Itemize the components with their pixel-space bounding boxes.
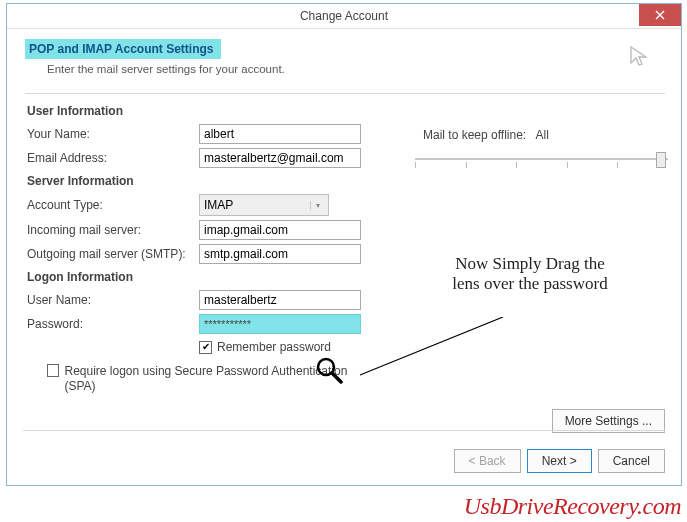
cursor-icon (627, 45, 651, 69)
row-incoming: Incoming mail server: (25, 220, 665, 240)
change-account-dialog: Change Account POP and IMAP Account Sett… (6, 3, 682, 486)
row-your-name: Your Name: (25, 124, 665, 144)
username-field[interactable] (199, 290, 361, 310)
label-password: Password: (25, 317, 199, 331)
mail-keep-label: Mail to keep offline: All (423, 128, 549, 142)
row-account-type: Account Type: IMAP ▾ (25, 194, 665, 216)
divider (25, 93, 665, 94)
spa-row[interactable]: Require logon using Secure Password Auth… (47, 364, 367, 394)
titlebar: Change Account (7, 4, 681, 29)
outgoing-server-field[interactable] (199, 244, 361, 264)
section-server: Server Information (27, 174, 665, 188)
label-your-name: Your Name: (25, 127, 199, 141)
cancel-button[interactable]: Cancel (598, 449, 665, 473)
title-text: Change Account (300, 9, 388, 23)
email-field[interactable] (199, 148, 361, 168)
password-field[interactable]: *********** (199, 314, 361, 334)
remember-password-checkbox[interactable] (199, 341, 212, 354)
row-password: Password: *********** (25, 314, 665, 334)
label-username: User Name: (25, 293, 199, 307)
heading-band: POP and IMAP Account Settings (25, 39, 221, 59)
label-account-type: Account Type: (25, 198, 199, 212)
label-email: Email Address: (25, 151, 199, 165)
callout-text: Now Simply Drag the lens over the passwo… (445, 254, 615, 293)
back-button[interactable]: < Back (454, 449, 521, 473)
incoming-server-field[interactable] (199, 220, 361, 240)
dialog-content: POP and IMAP Account Settings Enter the … (7, 29, 681, 485)
label-outgoing: Outgoing mail server (SMTP): (25, 247, 199, 261)
section-user: User Information (27, 104, 665, 118)
spa-label: Require logon using Secure Password Auth… (64, 364, 367, 394)
next-button[interactable]: Next > (527, 449, 592, 473)
remember-password-row[interactable]: Remember password (199, 340, 665, 354)
close-icon (655, 10, 665, 20)
your-name-field[interactable] (199, 124, 361, 144)
label-incoming: Incoming mail server: (25, 223, 199, 237)
slider-thumb[interactable] (656, 152, 666, 168)
chevron-down-icon: ▾ (310, 201, 324, 210)
account-type-value: IMAP (204, 198, 233, 212)
spa-checkbox[interactable] (47, 364, 59, 377)
heading-sub: Enter the mail server settings for your … (47, 63, 665, 75)
mail-keep-slider[interactable] (415, 150, 668, 170)
close-button[interactable] (639, 4, 681, 26)
footer-divider (23, 430, 665, 431)
remember-password-label: Remember password (217, 340, 331, 354)
form-area: User Information Your Name: Email Addres… (25, 104, 665, 394)
brand-watermark: UsbDriveRecovery.com (464, 493, 681, 520)
account-type-combo[interactable]: IMAP ▾ (199, 194, 329, 216)
footer-buttons: < Back Next > Cancel (454, 449, 665, 473)
